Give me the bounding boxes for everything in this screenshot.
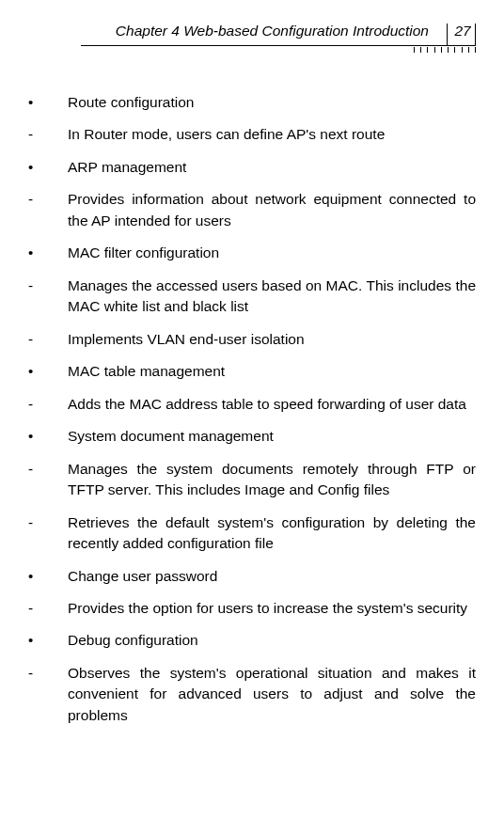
list-item-dash: Provides the option for users to increas… <box>26 598 476 619</box>
list-item-bullet: MAC filter configuration <box>26 243 476 263</box>
body-content: Route configurationIn Router mode, users… <box>26 81 476 726</box>
list-item-bullet: System document management <box>26 426 476 447</box>
bullet-icon <box>26 243 68 263</box>
list-item-bullet: Debug configuration <box>26 630 476 651</box>
list-item-text: Observes the system's operational situat… <box>68 663 476 726</box>
list-item-text: Change user password <box>68 566 476 587</box>
header-line: Chapter 4 Web-based Configuration Introd… <box>116 23 476 39</box>
list-item-text: System document management <box>68 426 476 447</box>
page-number-border-left <box>447 24 448 46</box>
list-item-text: Debug configuration <box>68 630 476 651</box>
dash-icon <box>26 329 68 350</box>
page-number: 27 <box>449 23 476 39</box>
list-item-bullet: Change user password <box>26 566 476 587</box>
bullet-icon <box>26 157 68 178</box>
bullet-icon <box>26 426 68 447</box>
list-item-dash: Observes the system's operational situat… <box>26 663 476 726</box>
dash-icon <box>26 663 68 726</box>
list-item-dash: Retrieves the default system's configura… <box>26 512 476 555</box>
list-item-bullet: MAC table management <box>26 361 476 382</box>
list-item-text: Adds the MAC address table to speed forw… <box>68 394 476 415</box>
list-item-text: MAC table management <box>68 361 476 382</box>
bullet-icon <box>26 92 68 113</box>
list-item-text: Route configuration <box>68 92 476 113</box>
bullet-icon <box>26 566 68 587</box>
list-item-bullet: ARP management <box>26 157 476 178</box>
page-container: Chapter 4 Web-based Configuration Introd… <box>0 0 504 760</box>
list-item-text: Provides the option for users to increas… <box>68 598 476 619</box>
dash-icon <box>26 394 68 415</box>
dash-icon <box>26 124 68 145</box>
list-item-text: In Router mode, users can define AP's ne… <box>68 124 476 145</box>
header-dotted-ornament <box>414 47 476 56</box>
list-item-text: Retrieves the default system's configura… <box>68 512 476 555</box>
list-item-text: Manages the system documents remotely th… <box>68 459 476 501</box>
list-item-text: Provides information about network equip… <box>68 189 476 231</box>
list-item-dash: Adds the MAC address table to speed forw… <box>26 394 476 415</box>
header-underline <box>81 45 476 46</box>
list-item-dash: Implements VLAN end-user isolation <box>26 329 476 350</box>
dash-icon <box>26 189 68 231</box>
dash-icon <box>26 459 68 501</box>
page-header: Chapter 4 Web-based Configuration Introd… <box>26 23 476 55</box>
list-item-text: ARP management <box>68 157 476 178</box>
bullet-icon <box>26 630 68 651</box>
page-number-border-right <box>475 24 476 46</box>
list-item-bullet: Route configuration <box>26 92 476 113</box>
list-item-dash: Manages the accessed users based on MAC.… <box>26 276 476 318</box>
chapter-title: Chapter 4 Web-based Configuration Introd… <box>116 23 429 39</box>
dash-icon <box>26 598 68 619</box>
list-item-text: Manages the accessed users based on MAC.… <box>68 276 476 318</box>
list-item-text: Implements VLAN end-user isolation <box>68 329 476 350</box>
list-item-text: MAC filter configuration <box>68 243 476 263</box>
list-item-dash: Provides information about network equip… <box>26 189 476 231</box>
dash-icon <box>26 276 68 318</box>
dash-icon <box>26 512 68 555</box>
bullet-icon <box>26 361 68 382</box>
list-item-dash: In Router mode, users can define AP's ne… <box>26 124 476 145</box>
list-item-dash: Manages the system documents remotely th… <box>26 459 476 501</box>
